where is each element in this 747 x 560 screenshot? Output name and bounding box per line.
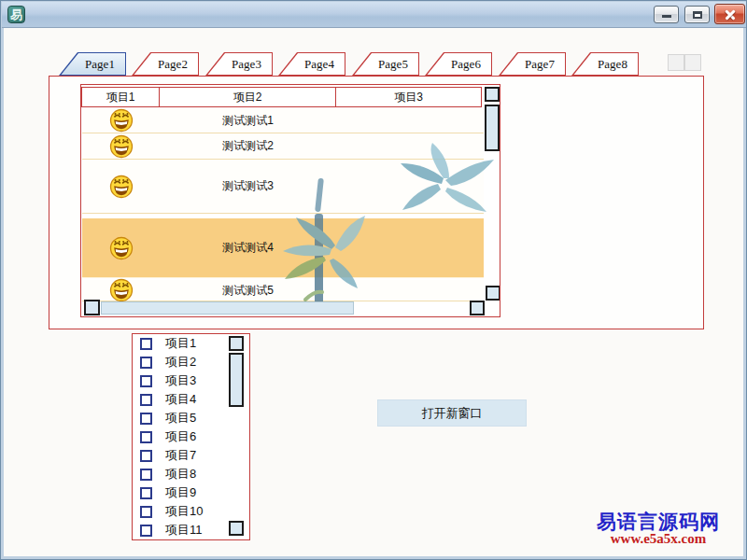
tab-label: Page4 — [295, 52, 344, 76]
checkbox-icon[interactable] — [140, 357, 152, 369]
column-header-3[interactable]: 项目3 — [336, 88, 481, 106]
hscroll-left-button[interactable] — [84, 300, 100, 315]
close-button[interactable] — [714, 4, 745, 24]
tab-page8[interactable]: Page8 — [571, 52, 639, 76]
scroll-corner-button[interactable] — [470, 301, 485, 315]
tab-label: Page1 — [76, 52, 124, 76]
tab-label: Page3 — [222, 52, 271, 76]
tab-label: Page8 — [588, 52, 637, 76]
list-row-1[interactable]: 测试测试1 — [82, 108, 484, 133]
checklist-scroll-thumb[interactable] — [229, 353, 244, 407]
checkbox-icon[interactable] — [140, 450, 152, 462]
open-new-window-button[interactable]: 打开新窗口 — [377, 399, 527, 427]
maximize-button[interactable] — [684, 6, 710, 23]
vscroll-up-button[interactable] — [485, 87, 500, 102]
check-item-label: 项目11 — [165, 522, 203, 539]
tab-label: Page7 — [515, 52, 564, 76]
tab-page7[interactable]: Page7 — [499, 52, 566, 76]
vscroll-thumb[interactable] — [485, 105, 500, 151]
check-item-10[interactable]: 项目10 — [133, 502, 249, 521]
watermark-site-url: www.e5a5x.com — [593, 531, 724, 547]
maximize-icon — [693, 11, 702, 19]
tab-page1[interactable]: Page1 — [59, 52, 126, 76]
check-item-label: 项目2 — [165, 354, 196, 371]
list-row-text: 测试测试3 — [160, 178, 336, 194]
checklist-scroll-down-button[interactable] — [229, 521, 244, 536]
check-item-6[interactable]: 项目6 — [133, 427, 249, 446]
list-row-text: 测试测试1 — [160, 113, 336, 129]
check-item-label: 项目10 — [165, 503, 203, 520]
tab-label: Page6 — [442, 52, 490, 76]
checkbox-icon[interactable] — [140, 487, 152, 499]
checkbox-icon[interactable] — [140, 413, 152, 425]
list-row-text: 测试测试5 — [160, 283, 336, 299]
check-item-label: 项目6 — [165, 428, 196, 445]
check-item-label: 项目1 — [165, 335, 196, 352]
list-row-text: 测试测试2 — [160, 138, 336, 154]
minimize-button[interactable] — [654, 6, 679, 23]
check-item-label: 项目4 — [165, 391, 196, 408]
check-item-label: 项目5 — [165, 410, 196, 427]
list-row-text: 测试测试4 — [160, 240, 336, 256]
check-item-label: 项目9 — [165, 484, 196, 501]
grin-emoji-icon — [82, 108, 160, 133]
check-item-label: 项目8 — [165, 466, 196, 483]
tab-page2[interactable]: Page2 — [132, 52, 199, 76]
tab-page3[interactable]: Page3 — [205, 52, 273, 76]
checkbox-icon[interactable] — [140, 525, 152, 537]
tab-scroll-right-button[interactable] — [684, 54, 701, 71]
titlebar[interactable]: 易 — [2, 2, 747, 28]
listview-header: 项目1 项目2 项目3 — [81, 87, 482, 107]
checkbox-icon[interactable] — [140, 469, 152, 481]
checkbox-icon[interactable] — [140, 431, 152, 443]
grin-emoji-icon — [82, 134, 160, 159]
tab-page-panel: 项目1 项目2 项目3 测试测试1 测试测试2 — [49, 76, 704, 329]
close-icon — [724, 8, 736, 21]
minimize-icon — [662, 15, 671, 18]
grin-emoji-icon — [82, 175, 160, 199]
tab-label: Page2 — [148, 52, 197, 76]
check-item-7[interactable]: 项目7 — [133, 446, 249, 465]
check-item-label: 项目7 — [165, 447, 196, 464]
check-item-5[interactable]: 项目5 — [133, 409, 249, 427]
column-header-1[interactable]: 项目1 — [82, 88, 160, 106]
checkbox-list: 项目1 项目2 项目3 项目4 项目5 项目6 项目7 项目8 项目9 项目10… — [132, 333, 250, 540]
checkbox-icon[interactable] — [140, 338, 152, 350]
list-row-2[interactable]: 测试测试2 — [82, 133, 484, 160]
list-row-5[interactable]: 测试测试5 — [82, 280, 484, 301]
checklist-scroll-up-button[interactable] — [229, 336, 244, 351]
list-row-3[interactable]: 测试测试3 — [82, 160, 484, 214]
check-item-label: 项目3 — [165, 372, 196, 389]
hscroll-thumb[interactable] — [101, 301, 354, 315]
app-window: 易 Page1 Page2 Page3 Page4 Page5 Page6 Pa… — [0, 0, 747, 560]
vscroll-down-button[interactable] — [486, 286, 500, 301]
grin-emoji-icon — [82, 236, 160, 260]
tab-page4[interactable]: Page4 — [278, 52, 345, 76]
custom-listview[interactable]: 项目1 项目2 项目3 测试测试1 测试测试2 — [80, 84, 500, 317]
list-row-4-selected[interactable]: 测试测试4 — [82, 218, 484, 278]
check-item-8[interactable]: 项目8 — [133, 465, 249, 483]
tab-label: Page5 — [369, 52, 417, 76]
checkbox-icon[interactable] — [140, 375, 152, 387]
checkbox-icon[interactable] — [140, 506, 152, 518]
tab-page5[interactable]: Page5 — [352, 52, 419, 76]
checkbox-icon[interactable] — [140, 394, 152, 406]
column-header-2[interactable]: 项目2 — [160, 88, 336, 106]
tab-scroll-left-button[interactable] — [668, 54, 684, 71]
check-item-9[interactable]: 项目9 — [133, 483, 249, 502]
app-logo-icon: 易 — [7, 6, 25, 23]
tab-page6[interactable]: Page6 — [425, 52, 492, 76]
